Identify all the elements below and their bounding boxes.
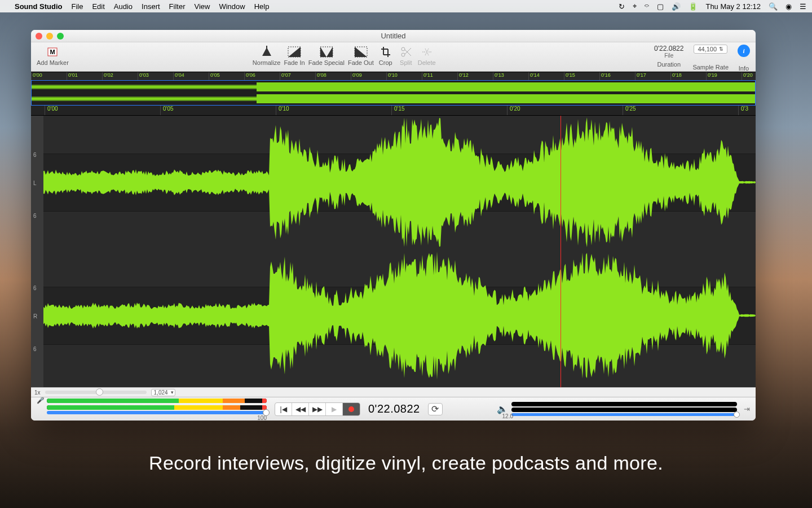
delete-button[interactable]: Delete: [418, 45, 436, 66]
record-button[interactable]: [343, 403, 360, 415]
fade-in-button[interactable]: Fade In: [284, 45, 304, 66]
chevron-updown-icon: ⇅: [719, 46, 723, 52]
input-meter-r: [47, 405, 267, 410]
normalize-button[interactable]: Normalize: [253, 45, 281, 66]
waveform-right: [43, 250, 756, 381]
play-button[interactable]: ▶: [326, 403, 343, 415]
bluetooth-icon[interactable]: ⌖: [633, 2, 637, 11]
window-close-button[interactable]: [36, 33, 42, 40]
zoom-slider[interactable]: [45, 391, 147, 394]
menu-help[interactable]: Help: [254, 2, 270, 11]
ruler-tick: 0'05: [160, 106, 276, 115]
window-zoom-button[interactable]: [57, 33, 64, 40]
menu-edit[interactable]: Edit: [92, 2, 104, 11]
menubar-datetime[interactable]: Thu May 2 12:12: [705, 2, 761, 11]
split-button[interactable]: Split: [398, 45, 414, 66]
svg-rect-9: [31, 85, 257, 89]
fade-special-button[interactable]: Fade Special: [308, 45, 345, 66]
marker-icon: M: [44, 45, 61, 59]
output-volume-slider[interactable]: [511, 413, 737, 416]
fade-out-button[interactable]: Fade Out: [348, 45, 374, 66]
zoom-slider-knob[interactable]: [96, 388, 103, 396]
output-jack-icon[interactable]: ⇥: [744, 405, 750, 413]
ruler-tick: 0'10: [276, 106, 391, 115]
transport-buttons: |◀ ◀◀ ▶▶ ▶: [275, 402, 360, 416]
overview-strip[interactable]: 0'00 0'01 0'02 0'03 0'04 0'05 0'06 0'07 …: [31, 72, 756, 106]
waveform-area[interactable]: 6 L 6 6 R 6: [31, 116, 756, 387]
battery-icon[interactable]: 🔋: [689, 2, 698, 11]
ov-tick: 0'05: [209, 72, 244, 80]
fade-out-icon: [352, 45, 369, 59]
delete-label: Delete: [418, 59, 436, 66]
duration-file: File: [664, 52, 673, 59]
channel-left[interactable]: [43, 117, 756, 248]
menu-window[interactable]: Window: [219, 2, 245, 11]
menu-file[interactable]: File: [71, 2, 83, 11]
menu-insert[interactable]: Insert: [142, 2, 160, 11]
split-icon: [398, 45, 414, 59]
output-section: [511, 402, 737, 416]
ov-tick: 0'20: [742, 72, 756, 80]
delete-icon: [418, 45, 435, 59]
input-meter-l: [47, 398, 267, 403]
timemachine-icon[interactable]: ↻: [619, 2, 625, 11]
ov-tick: 0'04: [173, 72, 209, 80]
channel-right-label: R: [33, 313, 37, 319]
rewind-button[interactable]: ◀◀: [292, 403, 309, 415]
sample-rate-control[interactable]: 44,100 ⇅ Sample Rate: [692, 45, 729, 71]
fade-special-label: Fade Special: [308, 59, 345, 66]
record-icon: [348, 406, 354, 412]
ov-tick: 0'11: [422, 72, 457, 80]
ov-tick: 0'08: [315, 72, 351, 80]
playhead[interactable]: [561, 116, 561, 387]
overview-waveform-left: [31, 82, 756, 92]
forward-button[interactable]: ▶▶: [309, 403, 326, 415]
info-button[interactable]: i Info: [738, 45, 750, 72]
overview-ruler[interactable]: 0'00 0'01 0'02 0'03 0'04 0'05 0'06 0'07 …: [31, 72, 756, 80]
ruler-tick: 0'25: [623, 106, 738, 115]
sample-rate-select[interactable]: 44,100 ⇅: [694, 45, 727, 54]
airplay-icon[interactable]: ▢: [657, 2, 664, 11]
ruler-tick: 0'20: [507, 106, 623, 115]
input-gain-slider[interactable]: [47, 411, 267, 414]
svg-rect-13: [257, 94, 756, 103]
menu-filter[interactable]: Filter: [169, 2, 186, 11]
window-titlebar[interactable]: Untitled: [31, 30, 756, 42]
output-level-label: 12.0: [502, 413, 513, 419]
ov-tick: 0'12: [457, 72, 493, 80]
info-label: Info: [739, 65, 749, 72]
ov-tick: 0'03: [138, 72, 173, 80]
ov-tick: 0'06: [244, 72, 280, 80]
info-icon: i: [738, 45, 750, 57]
window-minimize-button[interactable]: [46, 33, 53, 40]
loop-button[interactable]: ⟳: [428, 403, 443, 415]
app-menu[interactable]: Sound Studio: [15, 2, 62, 11]
crop-button[interactable]: Crop: [377, 45, 394, 66]
duration-readout: 0'22.0822 File Duration: [654, 45, 683, 68]
go-to-start-button[interactable]: |◀: [275, 403, 292, 415]
duration-value: 0'22.0822: [654, 45, 683, 52]
toolbar: M Add Marker Normalize Fade In Fade Spec…: [31, 42, 756, 72]
ruler-tick: 0'3: [738, 106, 756, 115]
ov-tick: 0'00: [31, 72, 67, 80]
siri-icon[interactable]: ◉: [785, 2, 792, 11]
ov-tick: 0'17: [635, 72, 670, 80]
menu-view[interactable]: View: [195, 2, 210, 11]
db-mark: 6: [33, 213, 37, 219]
ruler-tick: 0'00: [45, 106, 160, 115]
menu-audio[interactable]: Audio: [114, 2, 133, 11]
ov-tick: 0'07: [280, 72, 315, 80]
zoom-scale-label: 1x: [34, 389, 41, 396]
spotlight-icon[interactable]: 🔍: [769, 2, 778, 11]
input-meters: 🎤: [37, 397, 267, 414]
add-marker-button[interactable]: M Add Marker: [37, 45, 69, 66]
notification-center-icon[interactable]: ☰: [800, 2, 806, 11]
main-ruler[interactable]: 0'00 0'05 0'10 0'15 0'20 0'25 0'3: [31, 106, 756, 116]
wifi-icon[interactable]: ⌔: [645, 2, 649, 11]
zoom-value-select[interactable]: 1,024: [151, 389, 175, 396]
ov-tick: 0'02: [102, 72, 138, 80]
volume-icon[interactable]: 🔊: [672, 2, 681, 11]
svg-point-7: [401, 47, 405, 51]
channel-right[interactable]: [43, 250, 756, 381]
window-title: Untitled: [381, 32, 405, 40]
